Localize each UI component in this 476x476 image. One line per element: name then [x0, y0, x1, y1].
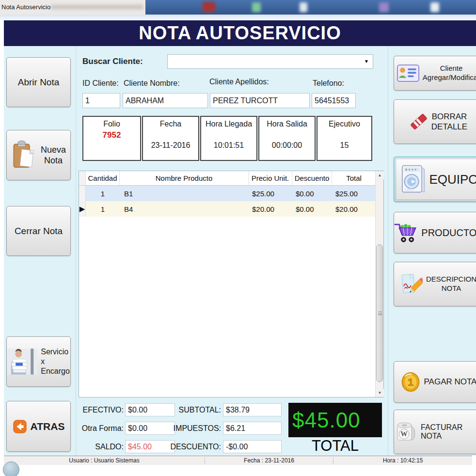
cliente-agregar-modificar-button[interactable]: Cliente Agregar/Modificar	[394, 56, 476, 91]
start-orb-icon[interactable]	[3, 461, 19, 476]
pagar-nota-button[interactable]: 1 PAGAR NOTA	[394, 361, 476, 403]
facturar-nota-button[interactable]: W FACTURAR NOTA	[394, 410, 476, 454]
servicio-encargo-label-line2: Encargo	[41, 366, 70, 376]
shopping-cart-icon	[394, 222, 418, 243]
cliente-nombre-label: Cliente Nombre:	[124, 79, 180, 88]
scroll-down-button[interactable]: ▼	[376, 389, 384, 397]
window-title: Nota Autoservicio	[1, 3, 50, 11]
cell-total: $25.00	[332, 186, 376, 201]
subtotal-field[interactable]	[223, 403, 282, 416]
column-header-nombre-producto[interactable]: Nombre Producto	[120, 171, 249, 185]
taskbar-icon-blur	[430, 2, 439, 12]
background-title-smudge	[51, 5, 143, 9]
cell-nombre: B4	[120, 201, 249, 217]
folio-cell: Folio 7952	[82, 116, 141, 161]
nueva-nota-label-line2: Nota	[44, 155, 63, 166]
row-selector[interactable]	[79, 186, 86, 201]
buscar-cliente-combobox[interactable]: ▼	[167, 54, 373, 69]
cliente-nombre-field[interactable]	[123, 93, 208, 108]
grid-header-row: Cantidad Nombre Producto Precio Unit. De…	[79, 171, 383, 186]
cell-nombre: B1	[120, 186, 249, 201]
productos-label: PRODUCTOS	[421, 227, 476, 238]
borrar-label-line2: DETALLE	[431, 122, 467, 132]
equipo-button[interactable]: EQUIPO	[394, 157, 476, 202]
id-cliente-field[interactable]	[82, 93, 120, 108]
otra-forma-label: Otra Forma:	[77, 422, 124, 435]
coin-icon: 1	[400, 372, 421, 392]
impuestos-field[interactable]	[223, 422, 282, 435]
productos-button[interactable]: PRODUCTOS	[394, 212, 476, 254]
cell-descuento: $0.00	[292, 201, 332, 217]
descuento-field[interactable]	[223, 440, 282, 453]
ejecutivo-value: 15	[340, 141, 349, 150]
atras-label: ATRAS	[31, 421, 65, 432]
servicio-encargo-label-line1: Servicio x	[41, 347, 70, 366]
hora-salida-label: Hora Salida	[267, 120, 307, 128]
washing-machine-icon	[398, 164, 426, 195]
id-cliente-label: ID Cliente:	[82, 79, 119, 88]
cerrar-nota-button[interactable]: Cerrar Nota	[6, 206, 71, 256]
total-amount: $45.00	[288, 408, 361, 432]
hora-salida-cell: Hora Salida 00:00:00	[258, 116, 316, 161]
nueva-nota-button[interactable]: Nueva Nota	[6, 130, 71, 180]
descripcion-label-line1: DESCRIPCION	[426, 275, 476, 284]
current-row-marker-icon: ▶	[79, 201, 86, 217]
abrir-nota-button[interactable]: Abrir Nota	[6, 57, 71, 107]
hora-llegada-cell: Hora Llegada 10:01:51	[200, 116, 257, 161]
cliente-apellidos-field[interactable]	[210, 93, 310, 108]
atras-button[interactable]: ATRAS	[6, 401, 71, 452]
column-header-precio-unit[interactable]: Precio Unit.	[249, 171, 292, 185]
borrar-label-line1: BORRAR	[432, 111, 467, 122]
column-header-cantidad[interactable]: Cantidad	[86, 171, 120, 185]
descripcion-nota-button[interactable]: DESCRIPCION NOTA	[394, 262, 476, 306]
folio-label: Folio	[103, 120, 120, 128]
table-row-current[interactable]: ▶ 1 B4 $20.00 $0.00 $20.00	[79, 201, 383, 217]
grid-scrollbar[interactable]: ▲ ▼	[375, 171, 383, 397]
total-display: $45.00	[288, 403, 382, 437]
ejecutivo-cell: Ejecutivo 15	[317, 116, 372, 161]
id-card-icon	[397, 64, 419, 82]
background-window-blur	[145, 0, 476, 15]
scrollbar-grip	[378, 312, 382, 315]
cell-cantidad: 1	[86, 186, 120, 201]
banner: NOTA AUTOSERVICIO	[4, 20, 476, 46]
laundry-service-photo-icon	[7, 348, 37, 375]
chevron-down-icon[interactable]: ▼	[364, 59, 369, 64]
window-top-edge	[0, 15, 476, 20]
status-hora: Hora : 10:42:15	[333, 456, 472, 465]
subtotal-label: SUBTOTAL:	[165, 403, 221, 416]
cliente-label-line2: Agregar/Modificar	[423, 73, 476, 82]
borrar-detalle-button[interactable]: BORRAR DETALLE	[394, 99, 476, 144]
scroll-down-icon: ▼	[378, 391, 382, 395]
clipboard-icon	[11, 140, 37, 170]
eraser-icon	[410, 112, 428, 131]
nota-autoservicio-window: Nota Autoservicio NOTA AUTOSERVICIO Abri…	[0, 0, 476, 476]
equipo-label: EQUIPO	[429, 172, 476, 187]
saldo-label: SALDO:	[77, 440, 124, 453]
efectivo-label: EFECTIVO:	[77, 403, 124, 416]
hora-llegada-value: 10:01:51	[214, 141, 244, 150]
cliente-apellidos-label: Cliente Apellidos:	[209, 78, 269, 86]
descuento-label: DESCUENTO:	[165, 440, 221, 453]
telefono-field[interactable]	[312, 93, 356, 108]
scroll-up-icon: ▲	[378, 173, 382, 177]
table-row[interactable]: 1 B1 $25.00 $0.00 $25.00	[79, 186, 383, 201]
impuestos-label: IMPUESTOS:	[165, 422, 221, 435]
page-title: NOTA AUTOSERVICIO	[139, 23, 341, 44]
scrollbar-thumb[interactable]	[376, 244, 383, 382]
svg-text:1: 1	[407, 376, 413, 388]
fecha-cell: Fecha 23-11-2016	[142, 116, 199, 161]
svg-text:W: W	[400, 430, 408, 438]
back-icon	[13, 419, 27, 434]
fecha-label: Fecha	[160, 120, 181, 128]
abrir-nota-label: Abrir Nota	[18, 77, 60, 88]
note-pencil-icon	[400, 272, 423, 296]
cell-descuento: $0.00	[292, 186, 332, 201]
status-fecha: Fecha : 23-11-2016	[205, 456, 333, 465]
servicio-encargo-button[interactable]: Servicio x Encargo	[6, 336, 71, 387]
background-close-button-blur	[203, 2, 215, 12]
column-header-total[interactable]: Total	[332, 171, 376, 185]
column-header-descuento[interactable]: Descuento	[292, 171, 332, 185]
paper-roll-icon: W	[394, 421, 417, 443]
scroll-up-button[interactable]: ▲	[376, 171, 384, 179]
